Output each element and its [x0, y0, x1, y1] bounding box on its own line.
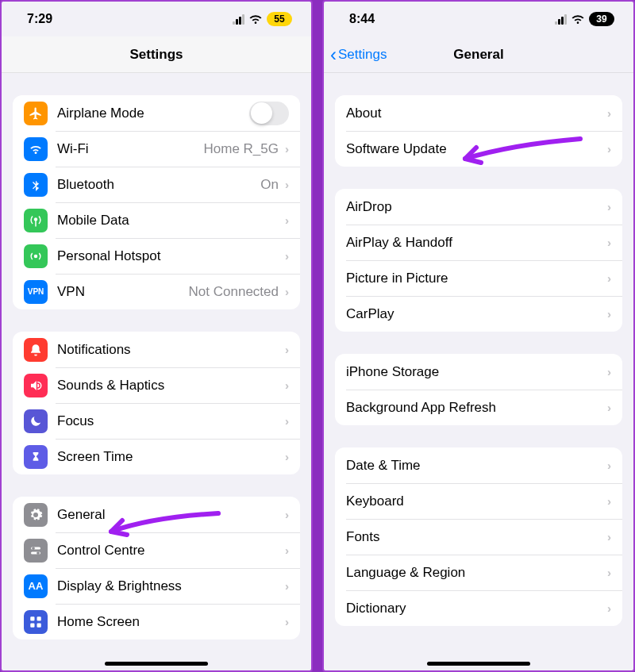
row-label: iPhone Storage: [346, 364, 607, 380]
row-mobile-data[interactable]: Mobile Data›: [13, 202, 300, 238]
airplane-mode-toggle[interactable]: [249, 102, 289, 125]
row-background-app-refresh[interactable]: Background App Refresh›: [335, 390, 622, 425]
vpn-icon: VPN: [24, 280, 48, 304]
chevron-right-icon: ›: [285, 178, 289, 191]
row-label: Control Centre: [57, 543, 285, 559]
chevron-right-icon: ›: [607, 142, 611, 156]
row-iphone-storage[interactable]: iPhone Storage›: [335, 354, 622, 390]
row-about[interactable]: About›: [335, 95, 622, 131]
chevron-right-icon: ›: [285, 285, 289, 298]
settings-content[interactable]: Airplane ModeWi-FiHome R_5G›BluetoothOn›…: [2, 73, 311, 670]
chevron-right-icon: ›: [285, 414, 289, 428]
row-fonts[interactable]: Fonts›: [335, 519, 622, 555]
row-software-update[interactable]: Software Update›: [335, 131, 622, 167]
nav-header: Settings: [2, 36, 311, 73]
row-label: Notifications: [57, 342, 285, 358]
status-right: 39: [555, 12, 614, 26]
row-label: Date & Time: [346, 458, 607, 474]
row-carplay[interactable]: CarPlay›: [335, 296, 622, 332]
chevron-right-icon: ›: [607, 365, 611, 378]
switches-icon: [24, 539, 48, 563]
page-title: General: [453, 47, 503, 63]
row-label: Airplane Mode: [57, 106, 249, 121]
row-label: VPN: [57, 284, 189, 300]
row-general[interactable]: General›: [13, 497, 300, 532]
wifi-icon: [571, 13, 585, 25]
row-label: Screen Time: [57, 449, 285, 465]
wifi-icon: [24, 137, 48, 161]
settings-group: Airplane ModeWi-FiHome R_5G›BluetoothOn›…: [13, 95, 300, 309]
row-language-region[interactable]: Language & Region›: [335, 555, 622, 590]
status-bar: 8:44 39: [324, 2, 633, 36]
hourglass-icon: [24, 445, 48, 469]
row-personal-hotspot[interactable]: Personal Hotspot›: [13, 238, 300, 274]
row-display-brightness[interactable]: AADisplay & Brightness›: [13, 568, 300, 604]
svg-point-3: [37, 551, 40, 555]
row-vpn[interactable]: VPNVPNNot Connected›: [13, 274, 300, 309]
chevron-right-icon: ›: [607, 401, 611, 414]
row-screen-time[interactable]: Screen Time›: [13, 439, 300, 474]
row-date-time[interactable]: Date & Time›: [335, 447, 622, 483]
row-keyboard[interactable]: Keyboard›: [335, 483, 622, 519]
bluetooth-icon: [24, 173, 48, 197]
row-label: Wi-Fi: [57, 141, 204, 157]
chevron-right-icon: ›: [607, 307, 611, 321]
row-label: Language & Region: [346, 565, 607, 581]
status-time: 8:44: [349, 12, 375, 26]
chevron-right-icon: ›: [285, 142, 289, 156]
speaker-icon: [24, 374, 48, 397]
status-bar: 7:29 55: [2, 2, 311, 36]
row-value: On: [260, 177, 279, 193]
row-sounds-haptics[interactable]: Sounds & Haptics›: [13, 367, 300, 403]
chevron-right-icon: ›: [285, 615, 289, 628]
gear-icon: [24, 503, 48, 527]
row-notifications[interactable]: Notifications›: [13, 332, 300, 367]
chevron-right-icon: ›: [607, 459, 611, 472]
settings-screen: 7:29 55 Settings Airplane ModeWi-FiHome …: [0, 0, 313, 672]
status-time: 7:29: [27, 12, 52, 26]
page-title: Settings: [129, 47, 183, 63]
row-airplane-mode[interactable]: Airplane Mode: [13, 95, 300, 131]
row-label: AirDrop: [346, 199, 607, 215]
chevron-right-icon: ›: [607, 236, 611, 249]
row-label: Dictionary: [346, 601, 607, 616]
row-label: Software Update: [346, 141, 607, 157]
moon-icon: [24, 409, 48, 433]
general-content[interactable]: About›Software Update›AirDrop›AirPlay & …: [324, 73, 633, 670]
row-wi-fi[interactable]: Wi-FiHome R_5G›: [13, 131, 300, 167]
settings-group: General›Control Centre›AADisplay & Brigh…: [13, 497, 300, 639]
row-label: General: [57, 507, 285, 523]
row-label: Bluetooth: [57, 177, 260, 193]
battery-indicator: 39: [589, 12, 614, 26]
row-dictionary[interactable]: Dictionary›: [335, 590, 622, 626]
chevron-right-icon: ›: [607, 106, 611, 120]
row-home-screen[interactable]: Home Screen›: [13, 604, 300, 639]
row-airdrop[interactable]: AirDrop›: [335, 189, 622, 225]
row-bluetooth[interactable]: BluetoothOn›: [13, 167, 300, 202]
airplane-icon: [24, 102, 48, 125]
chevron-right-icon: ›: [285, 213, 289, 227]
row-control-centre[interactable]: Control Centre›: [13, 532, 300, 568]
row-airplay-handoff[interactable]: AirPlay & Handoff›: [335, 225, 622, 260]
antenna-icon: [24, 209, 48, 232]
back-button[interactable]: ‹ Settings: [330, 45, 387, 64]
chevron-right-icon: ›: [285, 378, 289, 392]
row-focus[interactable]: Focus›: [13, 403, 300, 439]
chevron-right-icon: ›: [285, 343, 289, 356]
svg-rect-5: [37, 616, 41, 620]
chevron-right-icon: ›: [285, 579, 289, 593]
row-label: CarPlay: [346, 306, 607, 322]
settings-group: Notifications›Sounds & Haptics›Focus›Scr…: [13, 332, 300, 474]
row-picture-in-picture[interactable]: Picture in Picture›: [335, 260, 622, 296]
row-label: Fonts: [346, 529, 607, 545]
chevron-right-icon: ›: [285, 450, 289, 463]
row-label: Background App Refresh: [346, 400, 607, 416]
chevron-right-icon: ›: [607, 200, 611, 213]
home-indicator: [427, 662, 530, 666]
settings-group: About›Software Update›: [335, 95, 622, 167]
cellular-signal-icon: [555, 14, 567, 25]
aa-icon: AA: [24, 574, 48, 598]
grid-icon: [24, 610, 48, 634]
chevron-left-icon: ‹: [330, 45, 337, 64]
chevron-right-icon: ›: [285, 249, 289, 263]
